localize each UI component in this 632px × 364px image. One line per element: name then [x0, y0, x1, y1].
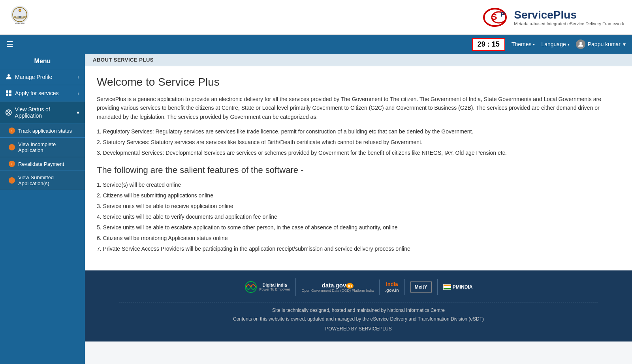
- data-gov-logo: data.govin Open Government Data (OGD) Pl…: [296, 280, 380, 295]
- sidebar-item-left: Apply for services: [6, 90, 58, 96]
- sidebar-sub-item-revalidate[interactable]: › Revalidate Payment: [0, 157, 85, 171]
- footer-text-1: Site is technically designed, hosted and…: [93, 306, 624, 315]
- svg-point-6: [23, 16, 26, 18]
- sub-arrow-icon: ›: [9, 128, 15, 134]
- welcome-heading: Welcome to Service Plus: [97, 76, 620, 88]
- features-list: 1. Service(s) will be created online 2. …: [97, 181, 620, 253]
- sidebar-sub-label-incomplete: View Incomplete Application: [18, 141, 79, 153]
- x-circle-icon: [6, 109, 12, 116]
- main-layout: Menu Manage Profile › Apply: [0, 54, 632, 364]
- category-item-1: 1. Regulatory Services: Regulatory servi…: [97, 128, 620, 136]
- sidebar-sub-item-incomplete[interactable]: › View Incomplete Application: [0, 138, 85, 157]
- hamburger-icon[interactable]: ☰: [6, 39, 13, 49]
- user-menu-button[interactable]: Pappu kumar ▾: [576, 39, 626, 49]
- user-name: Pappu kumar: [588, 41, 621, 47]
- chevron-right-icon: ›: [77, 74, 79, 80]
- sidebar-sub-label-track: Track application status: [18, 128, 72, 134]
- header-left: 🦁 सत्यमेव जयते: [8, 4, 32, 31]
- meity-logo: MeitY: [405, 279, 438, 295]
- top-header: 🦁 सत्यमेव जयते S P ServicePlus Metadata-…: [0, 0, 632, 35]
- india-gov-text: india .gov.in: [385, 281, 399, 293]
- pmindia-text: PMINDIA: [453, 284, 473, 290]
- user-dropdown-icon: ▾: [623, 41, 626, 47]
- feature-item-4: 4. Service units will be able to verify …: [97, 213, 620, 221]
- sp-logo-icon: S P: [483, 6, 511, 29]
- svg-point-7: [19, 16, 21, 18]
- footer-text-2: Contents on this website is owned, updat…: [93, 315, 624, 324]
- features-heading: The following are the salient features o…: [97, 165, 620, 175]
- site-tagline: Metadata-based Integrated eService Deliv…: [514, 21, 624, 26]
- sidebar-label-apply-services: Apply for services: [15, 90, 58, 96]
- footer-divider: [119, 302, 598, 302]
- svg-text:P: P: [501, 11, 505, 18]
- feature-item-6: 6. Citizens will be monitoring Applicati…: [97, 234, 620, 242]
- sidebar-submenu: › Track application status › View Incomp…: [0, 124, 85, 190]
- themes-button[interactable]: Themes: [512, 41, 535, 47]
- svg-rect-14: [6, 90, 8, 93]
- category-item-2: 2. Statutory Services: Statutory service…: [97, 138, 620, 146]
- sidebar-item-manage-profile[interactable]: Manage Profile ›: [0, 69, 85, 85]
- feature-item-5: 5. Service units will be able to escalat…: [97, 223, 620, 232]
- serviceplus-text: ServicePlus Metadata-based Integrated eS…: [514, 9, 624, 26]
- about-bar: ABOUT SERVICE PLUS: [85, 54, 632, 66]
- sidebar-sub-label-revalidate: Revalidate Payment: [18, 161, 64, 167]
- grid-icon: [6, 90, 12, 96]
- digital-india-icon: [245, 281, 257, 293]
- svg-rect-17: [9, 94, 11, 96]
- sidebar-item-left: View Status of Application: [6, 106, 77, 119]
- category-item-3: 3. Developmental Services: Developmental…: [97, 149, 620, 157]
- categories-list: 1. Regulatory Services: Regulatory servi…: [97, 128, 620, 157]
- footer-bottom: Site is technically designed, hosted and…: [93, 306, 624, 334]
- sidebar-item-apply-services[interactable]: Apply for services ›: [0, 85, 85, 101]
- digital-india-text: Digital India Power To Empower: [260, 283, 290, 291]
- header-right: S P ServicePlus Metadata-based Integrate…: [483, 6, 624, 29]
- serviceplus-logo: S P ServicePlus Metadata-based Integrate…: [483, 6, 624, 29]
- language-button[interactable]: Language: [541, 41, 569, 47]
- chevron-right-icon-apply: ›: [77, 90, 79, 96]
- intro-paragraph: ServicePlus is a generic application to …: [97, 95, 620, 121]
- sidebar-label-manage-profile: Manage Profile: [15, 74, 52, 80]
- sidebar: Menu Manage Profile › Apply: [0, 54, 85, 364]
- pmindia-content: PMINDIA: [443, 284, 473, 290]
- svg-text:S: S: [491, 12, 497, 22]
- svg-point-5: [14, 16, 16, 18]
- india-flag-icon: [443, 284, 451, 290]
- svg-point-13: [8, 74, 10, 77]
- sub-arrow-icon-revalidate: ›: [9, 161, 15, 167]
- sub-arrow-icon-incomplete: ›: [9, 144, 15, 150]
- svg-point-0: [11, 6, 28, 23]
- content-body: Welcome to Service Plus ServicePlus is a…: [85, 66, 632, 270]
- data-gov-text: data.govin Open Government Data (OGD) Pl…: [301, 282, 374, 293]
- svg-text:🦁: 🦁: [18, 9, 22, 12]
- chevron-down-icon: ▾: [77, 109, 79, 116]
- feature-item-3: 3. Service units will be able to receive…: [97, 202, 620, 210]
- sidebar-sub-item-track[interactable]: › Track application status: [0, 124, 85, 138]
- sidebar-menu-label: Menu: [0, 54, 85, 69]
- sidebar-item-left: Manage Profile: [6, 74, 52, 80]
- person-icon: [6, 74, 12, 80]
- nav-bar-left: ☰: [6, 39, 13, 49]
- feature-item-7: 7. Private Service Access Providers will…: [97, 245, 620, 253]
- svg-point-12: [579, 42, 582, 44]
- sidebar-sub-label-submitted: View Submitted Application(s): [18, 174, 79, 186]
- meity-text: MeitY: [410, 281, 432, 293]
- session-timer: 29 : 15: [472, 38, 505, 51]
- site-name: ServicePlus: [514, 9, 624, 21]
- india-gov-logo: india .gov.in: [380, 279, 405, 295]
- svg-rect-16: [6, 94, 8, 96]
- nav-bar-right: 29 : 15 Themes Language Pappu kumar ▾: [472, 38, 626, 51]
- main-content: ABOUT SERVICE PLUS Welcome to Service Pl…: [85, 54, 632, 364]
- sub-arrow-icon-submitted: ›: [9, 177, 15, 184]
- user-avatar: [576, 39, 585, 49]
- feature-item-2: 2. Citizens will be submitting applicati…: [97, 191, 620, 200]
- pmindia-logo: PMINDIA: [438, 282, 478, 292]
- feature-item-1: 1. Service(s) will be created online: [97, 181, 620, 189]
- svg-rect-15: [9, 90, 11, 93]
- sidebar-label-view-status: View Status of Application: [15, 106, 77, 119]
- svg-text:सत्यमेव जयते: सत्यमेव जयते: [15, 22, 24, 24]
- sidebar-sub-item-submitted[interactable]: › View Submitted Application(s): [0, 171, 85, 190]
- sidebar-item-view-status[interactable]: View Status of Application ▾: [0, 101, 85, 124]
- footer-text-3: POWERED BY SERVICEPLUS: [93, 325, 624, 334]
- digital-india-logo: Digital India Power To Empower: [239, 278, 296, 296]
- footer-logos: Digital India Power To Empower data.govi…: [93, 278, 624, 296]
